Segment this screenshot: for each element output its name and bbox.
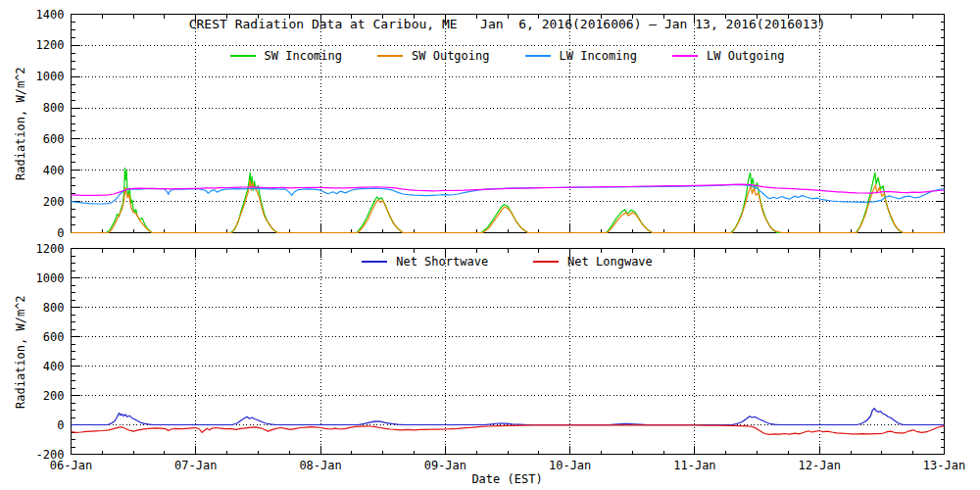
top-legend: SW Incoming SW Outgoing LW Incoming LW O… bbox=[71, 49, 944, 63]
svg-text:600: 600 bbox=[43, 132, 65, 146]
chart-title: CREST Radiation Data at Caribou, ME Jan … bbox=[71, 17, 944, 31]
legend-item-net-longwave: Net Longwave bbox=[533, 255, 653, 269]
svg-text:1000: 1000 bbox=[36, 70, 65, 83]
legend-label: SW Outgoing bbox=[412, 49, 489, 63]
legend-label: SW Incoming bbox=[265, 49, 342, 63]
svg-text:08-Jan: 08-Jan bbox=[299, 459, 341, 472]
svg-text:10-Jan: 10-Jan bbox=[549, 459, 591, 472]
legend-label: LW Outgoing bbox=[707, 49, 784, 63]
legend-item-sw-incoming: SW Incoming bbox=[230, 49, 342, 63]
svg-text:09-Jan: 09-Jan bbox=[424, 459, 466, 472]
lw-outgoing-line-sample bbox=[672, 55, 698, 57]
sw-incoming-line-sample bbox=[230, 55, 256, 57]
svg-text:06-Jan: 06-Jan bbox=[50, 459, 92, 472]
svg-text:1400: 1400 bbox=[36, 8, 65, 22]
svg-text:200: 200 bbox=[43, 389, 65, 403]
legend-item-net-shortwave: Net Shortwave bbox=[362, 255, 488, 269]
bottom-legend: Net Shortwave Net Longwave bbox=[71, 255, 944, 269]
legend-label: Net Longwave bbox=[567, 255, 653, 269]
net-shortwave-line-sample bbox=[362, 261, 387, 263]
svg-text:800: 800 bbox=[43, 301, 65, 315]
radiation-figure: 0200400600800100012001400-20002004006008… bbox=[0, 0, 980, 490]
svg-text:0: 0 bbox=[57, 226, 64, 240]
legend-item-lw-incoming: LW Incoming bbox=[525, 49, 637, 63]
svg-text:0: 0 bbox=[57, 418, 64, 432]
sw-outgoing-line-sample bbox=[377, 55, 403, 57]
y-axis-label-bottom: Radiation, W/m^2 bbox=[14, 295, 27, 409]
svg-text:400: 400 bbox=[43, 164, 65, 177]
x-axis-label: Date (EST) bbox=[71, 472, 944, 486]
svg-text:11-Jan: 11-Jan bbox=[673, 459, 715, 472]
y-axis-label-top: Radiation, W/m^2 bbox=[14, 67, 27, 180]
svg-text:1000: 1000 bbox=[36, 271, 65, 285]
legend-label: Net Shortwave bbox=[396, 255, 488, 269]
svg-text:1200: 1200 bbox=[36, 38, 65, 52]
svg-text:07-Jan: 07-Jan bbox=[174, 459, 217, 472]
svg-text:800: 800 bbox=[43, 101, 65, 115]
svg-text:200: 200 bbox=[43, 195, 65, 209]
legend-label: LW Incoming bbox=[560, 49, 637, 63]
legend-item-lw-outgoing: LW Outgoing bbox=[672, 49, 784, 63]
legend-item-sw-outgoing: SW Outgoing bbox=[377, 49, 489, 63]
svg-text:600: 600 bbox=[43, 330, 65, 344]
svg-text:13-Jan: 13-Jan bbox=[923, 459, 965, 472]
net-longwave-line-sample bbox=[533, 261, 559, 263]
lw-incoming-line-sample bbox=[525, 55, 551, 57]
plot-canvas: 0200400600800100012001400-20002004006008… bbox=[0, 0, 980, 490]
svg-text:400: 400 bbox=[43, 360, 65, 373]
svg-text:1200: 1200 bbox=[36, 242, 65, 256]
svg-text:12-Jan: 12-Jan bbox=[799, 459, 841, 472]
